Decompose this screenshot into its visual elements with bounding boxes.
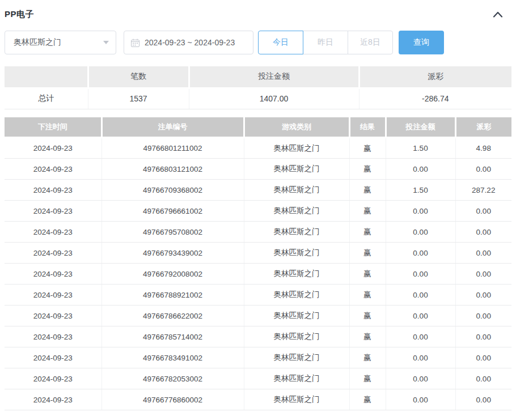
game-type-cell: 奥林匹斯之门	[244, 347, 349, 368]
table-row: 2024-09-2349766803121002奥林匹斯之门赢0.000.00	[5, 159, 511, 180]
today-button[interactable]: 今日	[258, 31, 303, 54]
order-id-cell: 49766709368002	[101, 180, 244, 201]
page-title: PP电子	[5, 9, 34, 20]
game-type-cell: 奥林匹斯之门	[244, 159, 349, 180]
game-select-value: 奥林匹斯之门	[14, 37, 103, 48]
game-type-cell: 奥林匹斯之门	[244, 243, 349, 264]
summary-header-bet-amount: 投注金额	[189, 66, 359, 88]
game-type-cell: 奥林匹斯之门	[244, 326, 349, 347]
bet-amount-cell: 0.00	[386, 326, 455, 347]
table-row: 2024-09-2349766786622002奥林匹斯之门赢0.000.00	[5, 306, 511, 326]
quick-date-button-group: 今日 昨日 近8日	[258, 31, 393, 54]
header-order-id: 注单编号	[101, 117, 244, 138]
game-type-cell: 奥林匹斯之门	[244, 368, 349, 389]
order-id-cell: 49766803121002	[101, 159, 244, 180]
payout-cell: 0.00	[455, 201, 511, 222]
result-cell: 赢	[349, 201, 386, 222]
summary-header-blank	[5, 66, 88, 88]
summary-total-bet-amount: 1407.00	[189, 88, 359, 109]
order-id-cell: 49766801211002	[101, 138, 244, 159]
bet-time-cell: 2024-09-23	[5, 326, 101, 347]
summary-total-count: 1537	[88, 88, 189, 109]
bet-amount-cell: 0.00	[386, 159, 455, 180]
summary-table: 笔数 投注金额 派彩 总计 1537 1407.00 -286.74	[5, 66, 511, 109]
order-id-cell: 49766796661002	[101, 201, 244, 222]
bet-amount-cell: 0.00	[386, 201, 455, 222]
game-select[interactable]: 奥林匹斯之门	[5, 31, 116, 54]
order-id-cell: 49766793439002	[101, 243, 244, 264]
table-row: 2024-09-2349766796661002奥林匹斯之门赢0.000.00	[5, 201, 511, 222]
bet-time-cell: 2024-09-23	[5, 264, 101, 285]
result-cell: 赢	[349, 347, 386, 368]
bet-time-cell: 2024-09-23	[5, 180, 101, 201]
payout-cell: 0.00	[455, 368, 511, 389]
bet-time-cell: 2024-09-23	[5, 159, 101, 180]
search-button[interactable]: 查询	[399, 31, 444, 54]
yesterday-button[interactable]: 昨日	[303, 31, 348, 54]
table-row: 2024-09-2349766782053002奥林匹斯之门赢0.000.00	[5, 368, 511, 389]
game-type-cell: 奥林匹斯之门	[244, 201, 349, 222]
result-cell: 赢	[349, 180, 386, 201]
summary-header-count: 笔数	[88, 66, 189, 88]
table-row: 2024-09-2349766709368002奥林匹斯之门赢1.50287.2…	[5, 180, 511, 201]
game-type-cell: 奥林匹斯之门	[244, 389, 349, 410]
header-result: 结果	[349, 117, 386, 138]
filter-row: 奥林匹斯之门 2024-09-23 ~ 2024-09-23	[5, 31, 511, 54]
bet-amount-cell: 0.00	[386, 222, 455, 243]
game-type-cell: 奥林匹斯之门	[244, 285, 349, 306]
order-id-cell: 49766783491002	[101, 347, 244, 368]
date-range-value: 2024-09-23 ~ 2024-09-23	[145, 38, 235, 47]
summary-header-payout: 派彩	[359, 66, 511, 88]
result-cell: 赢	[349, 222, 386, 243]
payout-cell: 0.00	[455, 243, 511, 264]
bet-time-cell: 2024-09-23	[5, 222, 101, 243]
payout-cell: 0.00	[455, 389, 511, 410]
bet-amount-cell: 0.00	[386, 306, 455, 326]
bet-time-cell: 2024-09-23	[5, 138, 101, 159]
bet-amount-cell: 0.00	[386, 243, 455, 264]
bet-time-cell: 2024-09-23	[5, 243, 101, 264]
calendar-icon	[131, 39, 139, 47]
table-header-row: 下注时间 注单编号 游戏类别 结果 投注金额 派彩	[5, 117, 511, 138]
bet-amount-cell: 0.00	[386, 347, 455, 368]
payout-cell: 0.00	[455, 285, 511, 306]
bet-records-table: 下注时间 注单编号 游戏类别 结果 投注金额 派彩 2024-09-234976…	[5, 117, 511, 411]
game-type-cell: 奥林匹斯之门	[244, 180, 349, 201]
header-game-type: 游戏类别	[244, 117, 349, 138]
payout-cell: 0.00	[455, 159, 511, 180]
header-payout: 派彩	[455, 117, 511, 138]
payout-cell: 0.00	[455, 347, 511, 368]
bet-time-cell: 2024-09-23	[5, 389, 101, 410]
order-id-cell: 49766785714002	[101, 326, 244, 347]
table-row: 2024-09-2349766793439002奥林匹斯之门赢0.000.00	[5, 243, 511, 264]
summary-total-row: 总计 1537 1407.00 -286.74	[5, 88, 511, 109]
table-row: 2024-09-2349766783491002奥林匹斯之门赢0.000.00	[5, 347, 511, 368]
table-row: 2024-09-2349766776860002奥林匹斯之门赢0.000.00	[5, 389, 511, 410]
summary-total-label: 总计	[5, 88, 88, 109]
payout-cell: 0.00	[455, 264, 511, 285]
payout-cell: 4.98	[455, 138, 511, 159]
table-row: 2024-09-2349766801211002奥林匹斯之门赢1.504.98	[5, 138, 511, 159]
payout-cell: 287.22	[455, 180, 511, 201]
result-cell: 赢	[349, 389, 386, 410]
date-range-picker[interactable]: 2024-09-23 ~ 2024-09-23	[124, 31, 253, 54]
result-cell: 赢	[349, 159, 386, 180]
payout-cell: 0.00	[455, 306, 511, 326]
chevron-up-icon[interactable]	[491, 9, 505, 19]
order-id-cell: 49766792008002	[101, 264, 244, 285]
bet-amount-cell: 0.00	[386, 285, 455, 306]
summary-total-payout: -286.74	[359, 88, 511, 109]
bet-time-cell: 2024-09-23	[5, 201, 101, 222]
result-cell: 赢	[349, 285, 386, 306]
table-row: 2024-09-2349766785714002奥林匹斯之门赢0.000.00	[5, 326, 511, 347]
game-type-cell: 奥林匹斯之门	[244, 138, 349, 159]
order-id-cell: 49766782053002	[101, 368, 244, 389]
table-row: 2024-09-2349766792008002奥林匹斯之门赢0.000.00	[5, 264, 511, 285]
last8days-button[interactable]: 近8日	[348, 31, 393, 54]
order-id-cell: 49766786622002	[101, 306, 244, 326]
bet-amount-cell: 0.00	[386, 264, 455, 285]
bet-time-cell: 2024-09-23	[5, 368, 101, 389]
result-cell: 赢	[349, 138, 386, 159]
payout-cell: 0.00	[455, 326, 511, 347]
result-cell: 赢	[349, 264, 386, 285]
